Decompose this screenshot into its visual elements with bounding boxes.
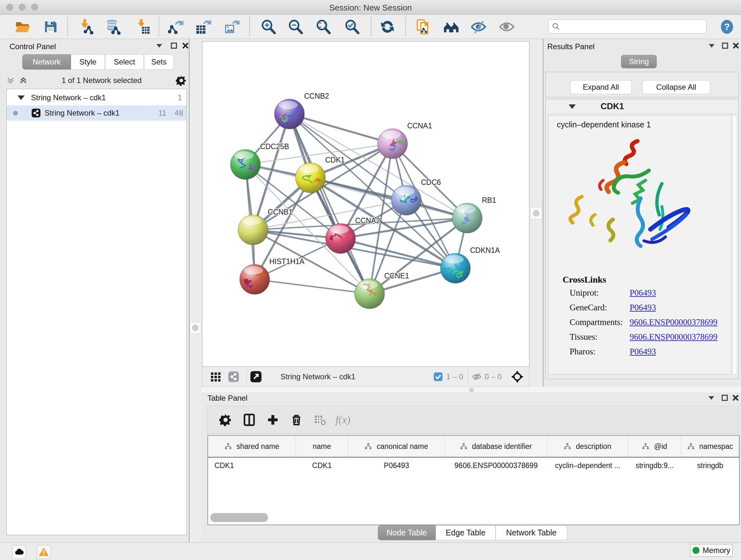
column-header-5[interactable]: @id xyxy=(628,436,681,457)
close-panel-icon[interactable] xyxy=(730,393,741,402)
create-column-icon[interactable] xyxy=(264,411,282,429)
expand-all-networks-icon[interactable] xyxy=(19,76,27,84)
hidden-eye-icon[interactable] xyxy=(471,371,482,382)
import-network-from-database-button[interactable] xyxy=(105,18,122,36)
crosslink-label: Compartments: xyxy=(569,317,623,327)
main-toolbar: ? xyxy=(0,15,741,39)
network-graph[interactable]: CCNB2CCNA1CDC25BCDK1CDC6RB1CCNB1CCNA2CDK… xyxy=(202,42,529,367)
tab-sets[interactable]: Sets xyxy=(144,54,174,70)
help-button[interactable]: ? xyxy=(718,18,736,36)
function-builder-icon[interactable]: f(x) xyxy=(335,411,350,429)
crosslink-link[interactable]: 9606.ENSP00000378699 xyxy=(630,332,718,342)
zoom-selected-button[interactable] xyxy=(343,18,361,36)
splitter-grip[interactable] xyxy=(530,207,542,219)
table-cell[interactable]: P06493 xyxy=(348,458,445,473)
crosslink-link[interactable]: 9606.ENSP00000378699 xyxy=(630,317,718,327)
network-style-icon[interactable] xyxy=(228,371,239,382)
crosslink-link[interactable]: P06493 xyxy=(630,288,656,298)
entry-header[interactable]: CDK1 xyxy=(546,99,738,114)
delete-table-icon[interactable] xyxy=(311,411,329,429)
birdseye-navigator-icon[interactable] xyxy=(511,370,524,383)
panel-menu-icon[interactable] xyxy=(154,41,165,51)
splitter-grip[interactable] xyxy=(190,322,201,334)
grid-view-icon[interactable] xyxy=(210,371,221,382)
tab-select[interactable]: Select xyxy=(105,54,144,70)
selected-counts: 1 – 0 xyxy=(446,372,463,381)
open-session-button[interactable] xyxy=(13,18,31,36)
detach-view-icon[interactable] xyxy=(250,371,262,383)
table-cell[interactable]: cyclin–dependent ... xyxy=(547,458,628,473)
tab-node-table[interactable]: Node Table xyxy=(378,525,435,540)
search-input[interactable] xyxy=(560,22,697,31)
node-table[interactable]: shared namenamecanonical namedatabase id… xyxy=(207,435,740,525)
panel-menu-icon[interactable] xyxy=(706,393,717,402)
vertical-splitter-right[interactable] xyxy=(530,39,543,387)
table-cell[interactable]: stringdb xyxy=(681,458,739,473)
apply-layout-button[interactable] xyxy=(379,18,396,36)
table-cell[interactable]: stringdb:9... xyxy=(628,458,681,473)
collection-expand-icon[interactable] xyxy=(17,96,24,100)
panel-menu-icon[interactable] xyxy=(706,41,717,51)
first-neighbors-button[interactable] xyxy=(442,18,460,36)
table-row[interactable]: CDK1CDK1P064939606.ENSP00000378699cyclin… xyxy=(208,458,739,473)
fit-content-button[interactable] xyxy=(314,18,332,36)
import-table-from-file-button[interactable] xyxy=(134,18,151,36)
network-type-icon xyxy=(31,108,41,118)
table-panel: Table Panel xyxy=(202,392,741,543)
crosslink-link[interactable]: P06493 xyxy=(630,347,656,357)
expand-all-button[interactable]: Expand All xyxy=(570,80,632,94)
table-cell[interactable]: CDK1 xyxy=(208,458,296,473)
column-header-2[interactable]: canonical name xyxy=(348,436,445,457)
delete-column-icon[interactable] xyxy=(287,411,306,429)
table-horizontal-scrollbar[interactable] xyxy=(210,513,268,522)
column-header-4[interactable]: description xyxy=(547,436,628,457)
crosslink-link[interactable]: P06493 xyxy=(630,303,656,313)
collapse-all-button[interactable]: Collapse All xyxy=(642,80,711,94)
table-cell[interactable]: CDK1 xyxy=(296,458,348,473)
import-network-from-file-button[interactable] xyxy=(78,18,96,36)
entry-expand-icon[interactable] xyxy=(569,105,576,109)
table-options-gear-icon[interactable] xyxy=(217,411,234,429)
search-box[interactable] xyxy=(548,19,706,34)
vertical-splitter-left[interactable] xyxy=(189,39,202,543)
tab-string[interactable]: String xyxy=(621,55,657,68)
network-canvas[interactable]: CCNB2CCNA1CDC25BCDK1CDC6RB1CCNB1CCNA2CDK… xyxy=(202,41,529,367)
warnings-button[interactable] xyxy=(37,545,51,559)
column-header-3[interactable]: database identifier xyxy=(445,436,547,457)
zoom-out-button[interactable] xyxy=(286,18,305,36)
float-panel-icon[interactable] xyxy=(719,393,730,402)
import-table-icon xyxy=(134,18,151,35)
show-all-button[interactable] xyxy=(498,18,516,36)
horizontal-splitter[interactable] xyxy=(202,387,741,392)
network-row[interactable]: String Network – cdk1 11 48 xyxy=(7,105,186,121)
results-scrollbar[interactable] xyxy=(732,115,737,374)
column-header-1[interactable]: name xyxy=(296,436,348,457)
export-table-button[interactable] xyxy=(194,18,212,36)
selected-checkbox-icon[interactable] xyxy=(433,372,443,381)
splitter-grip[interactable] xyxy=(469,388,474,392)
export-image-button[interactable] xyxy=(223,18,241,36)
save-session-button[interactable] xyxy=(42,18,59,36)
hide-selected-button[interactable] xyxy=(469,18,487,36)
column-header-0[interactable]: shared name xyxy=(208,436,296,457)
export-network-button[interactable] xyxy=(167,18,185,36)
collection-label: String Network – cdk1 xyxy=(31,93,106,102)
network-collection-row[interactable]: String Network – cdk1 1 xyxy=(7,90,186,105)
zoom-in-button[interactable] xyxy=(259,18,277,36)
tab-network[interactable]: Network xyxy=(22,54,71,70)
table-cell[interactable]: 9606.ENSP00000378699 xyxy=(445,458,547,473)
crosslink-label: Tissues: xyxy=(569,332,598,341)
float-panel-icon[interactable] xyxy=(169,41,179,51)
network-options-gear-icon[interactable] xyxy=(176,75,187,86)
tab-style[interactable]: Style xyxy=(71,54,105,70)
column-header-6[interactable]: namespac xyxy=(681,436,739,457)
tab-network-table[interactable]: Network Table xyxy=(495,525,567,540)
tab-edge-table[interactable]: Edge Table xyxy=(435,525,495,540)
float-panel-icon[interactable] xyxy=(720,41,731,51)
memory-button[interactable]: Memory xyxy=(690,544,733,557)
new-network-from-selection-button[interactable] xyxy=(414,18,432,36)
close-panel-icon[interactable] xyxy=(731,41,741,51)
show-columns-icon[interactable] xyxy=(240,411,258,429)
cloud-button[interactable] xyxy=(12,545,26,559)
collapse-all-networks-icon[interactable] xyxy=(6,76,15,84)
